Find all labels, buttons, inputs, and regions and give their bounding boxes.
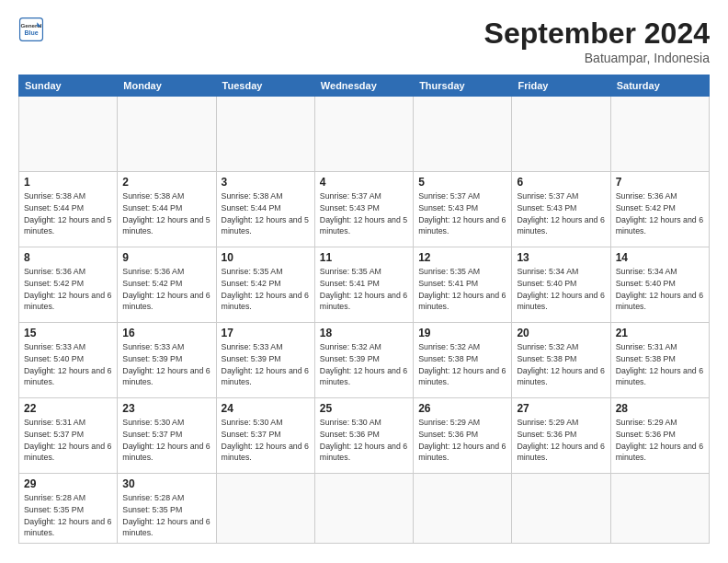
col-tuesday: Tuesday (216, 75, 314, 97)
day-number: 3 (222, 176, 310, 189)
day-number: 21 (616, 327, 704, 339)
day-number: 7 (616, 176, 704, 189)
col-friday: Friday (512, 75, 610, 97)
table-row (216, 474, 314, 544)
table-row: 30 Sunrise: 5:28 AMSunset: 5:35 PMDaylig… (118, 474, 216, 544)
day-info: Sunrise: 5:35 AMSunset: 5:41 PMDaylight:… (418, 267, 506, 311)
table-row: 4 Sunrise: 5:37 AMSunset: 5:43 PMDayligh… (314, 172, 413, 247)
day-info: Sunrise: 5:34 AMSunset: 5:40 PMDaylight:… (616, 267, 703, 311)
table-row: 8 Sunrise: 5:36 AMSunset: 5:42 PMDayligh… (19, 247, 118, 323)
day-number: 23 (122, 402, 210, 415)
table-row: 17 Sunrise: 5:33 AMSunset: 5:39 PMDaylig… (216, 323, 314, 398)
day-info: Sunrise: 5:30 AMSunset: 5:36 PMDaylight:… (320, 418, 407, 462)
table-row: 22 Sunrise: 5:31 AMSunset: 5:37 PMDaylig… (19, 398, 118, 474)
day-number: 29 (24, 477, 112, 490)
day-info: Sunrise: 5:35 AMSunset: 5:42 PMDaylight:… (222, 267, 309, 311)
calendar-header-row: Sunday Monday Tuesday Wednesday Thursday… (19, 75, 710, 97)
day-info: Sunrise: 5:29 AMSunset: 5:36 PMDaylight:… (418, 418, 506, 462)
day-number: 30 (122, 477, 210, 490)
day-number: 1 (24, 176, 112, 189)
table-row: 1 Sunrise: 5:38 AMSunset: 5:44 PMDayligh… (19, 172, 118, 247)
day-info: Sunrise: 5:33 AMSunset: 5:39 PMDaylight:… (222, 342, 309, 386)
day-number: 22 (24, 402, 112, 415)
table-row (19, 97, 118, 172)
month-title: September 2024 (484, 17, 710, 51)
table-row: 27 Sunrise: 5:29 AMSunset: 5:36 PMDaylig… (512, 398, 610, 474)
day-info: Sunrise: 5:28 AMSunset: 5:35 PMDaylight:… (24, 493, 111, 537)
table-row: 2 Sunrise: 5:38 AMSunset: 5:44 PMDayligh… (118, 172, 216, 247)
table-row: 13 Sunrise: 5:34 AMSunset: 5:40 PMDaylig… (512, 247, 610, 323)
day-number: 10 (222, 251, 310, 264)
day-number: 15 (24, 327, 112, 339)
table-row: 6 Sunrise: 5:37 AMSunset: 5:43 PMDayligh… (512, 172, 610, 247)
day-number: 28 (616, 402, 704, 415)
day-info: Sunrise: 5:38 AMSunset: 5:44 PMDaylight:… (24, 191, 111, 236)
table-row: 15 Sunrise: 5:33 AMSunset: 5:40 PMDaylig… (19, 323, 118, 398)
day-number: 19 (418, 327, 506, 339)
table-row: 24 Sunrise: 5:30 AMSunset: 5:37 PMDaylig… (216, 398, 314, 474)
col-saturday: Saturday (610, 75, 709, 97)
table-row (314, 474, 413, 544)
day-info: Sunrise: 5:38 AMSunset: 5:44 PMDaylight:… (222, 191, 309, 236)
table-row (118, 97, 216, 172)
table-row: 10 Sunrise: 5:35 AMSunset: 5:42 PMDaylig… (216, 247, 314, 323)
day-info: Sunrise: 5:32 AMSunset: 5:38 PMDaylight:… (418, 342, 506, 386)
day-info: Sunrise: 5:37 AMSunset: 5:43 PMDaylight:… (418, 191, 506, 236)
table-row: 29 Sunrise: 5:28 AMSunset: 5:35 PMDaylig… (19, 474, 118, 544)
day-number: 12 (418, 251, 506, 264)
table-row (314, 97, 413, 172)
day-info: Sunrise: 5:37 AMSunset: 5:43 PMDaylight:… (517, 191, 604, 236)
table-row: 20 Sunrise: 5:32 AMSunset: 5:38 PMDaylig… (512, 323, 610, 398)
day-number: 26 (418, 402, 506, 415)
table-row (610, 474, 709, 544)
day-number: 20 (517, 327, 605, 339)
table-row: 19 Sunrise: 5:32 AMSunset: 5:38 PMDaylig… (414, 323, 512, 398)
day-number: 24 (222, 402, 310, 415)
day-info: Sunrise: 5:36 AMSunset: 5:42 PMDaylight:… (24, 267, 111, 311)
location: Batuampar, Indonesia (484, 51, 710, 65)
day-info: Sunrise: 5:30 AMSunset: 5:37 PMDaylight:… (222, 418, 309, 462)
day-info: Sunrise: 5:32 AMSunset: 5:38 PMDaylight:… (517, 342, 604, 386)
day-info: Sunrise: 5:33 AMSunset: 5:39 PMDaylight:… (122, 342, 210, 386)
day-info: Sunrise: 5:33 AMSunset: 5:40 PMDaylight:… (24, 342, 111, 386)
table-row (216, 97, 314, 172)
day-number: 14 (616, 251, 704, 264)
table-row (610, 97, 709, 172)
day-number: 8 (24, 251, 112, 264)
table-row: 21 Sunrise: 5:31 AMSunset: 5:38 PMDaylig… (610, 323, 709, 398)
table-row: 5 Sunrise: 5:37 AMSunset: 5:43 PMDayligh… (414, 172, 512, 247)
table-row: 28 Sunrise: 5:29 AMSunset: 5:36 PMDaylig… (610, 398, 709, 474)
day-info: Sunrise: 5:37 AMSunset: 5:43 PMDaylight:… (320, 191, 407, 236)
calendar: Sunday Monday Tuesday Wednesday Thursday… (18, 75, 710, 544)
day-info: Sunrise: 5:35 AMSunset: 5:41 PMDaylight:… (320, 267, 407, 311)
table-row: 16 Sunrise: 5:33 AMSunset: 5:39 PMDaylig… (118, 323, 216, 398)
logo: General Blue (18, 17, 44, 42)
day-info: Sunrise: 5:36 AMSunset: 5:42 PMDaylight:… (616, 191, 703, 236)
day-number: 2 (122, 176, 210, 189)
day-info: Sunrise: 5:28 AMSunset: 5:35 PMDaylight:… (122, 493, 210, 537)
col-thursday: Thursday (414, 75, 512, 97)
col-monday: Monday (118, 75, 216, 97)
day-number: 5 (418, 176, 506, 189)
table-row: 14 Sunrise: 5:34 AMSunset: 5:40 PMDaylig… (610, 247, 709, 323)
day-info: Sunrise: 5:38 AMSunset: 5:44 PMDaylight:… (122, 191, 210, 236)
day-info: Sunrise: 5:30 AMSunset: 5:37 PMDaylight:… (122, 418, 210, 462)
table-row: 26 Sunrise: 5:29 AMSunset: 5:36 PMDaylig… (414, 398, 512, 474)
table-row (414, 97, 512, 172)
day-number: 6 (517, 176, 605, 189)
day-number: 27 (517, 402, 605, 415)
table-row: 11 Sunrise: 5:35 AMSunset: 5:41 PMDaylig… (314, 247, 413, 323)
day-number: 11 (320, 251, 408, 264)
day-number: 13 (517, 251, 605, 264)
table-row: 23 Sunrise: 5:30 AMSunset: 5:37 PMDaylig… (118, 398, 216, 474)
title-block: September 2024 Batuampar, Indonesia (484, 17, 710, 65)
table-row: 18 Sunrise: 5:32 AMSunset: 5:39 PMDaylig… (314, 323, 413, 398)
table-row: 25 Sunrise: 5:30 AMSunset: 5:36 PMDaylig… (314, 398, 413, 474)
svg-text:Blue: Blue (24, 29, 38, 36)
day-info: Sunrise: 5:36 AMSunset: 5:42 PMDaylight:… (122, 267, 210, 311)
table-row: 3 Sunrise: 5:38 AMSunset: 5:44 PMDayligh… (216, 172, 314, 247)
logo-icon: General Blue (18, 17, 44, 42)
col-sunday: Sunday (19, 75, 118, 97)
table-row: 9 Sunrise: 5:36 AMSunset: 5:42 PMDayligh… (118, 247, 216, 323)
day-info: Sunrise: 5:29 AMSunset: 5:36 PMDaylight:… (517, 418, 604, 462)
